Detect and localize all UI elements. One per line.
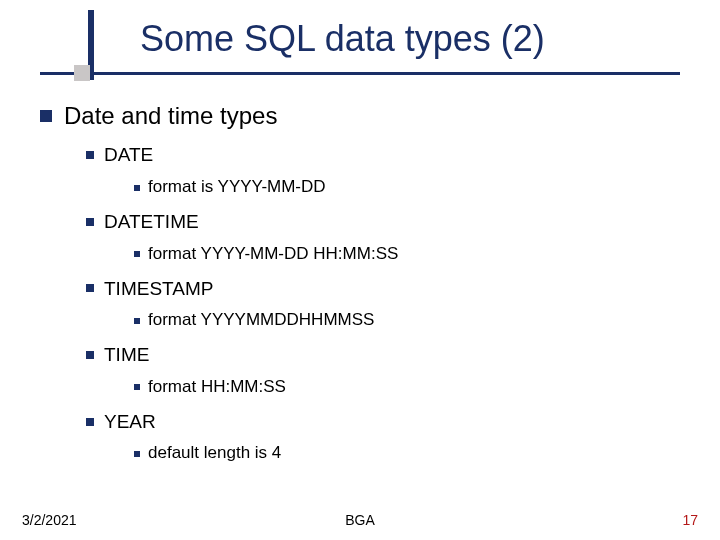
bullet-square-icon (134, 185, 140, 191)
footer-page-number: 17 (682, 512, 698, 528)
type-detail-text: default length is 4 (148, 442, 281, 465)
type-item: DATETIME (86, 209, 690, 235)
bullet-square-icon (134, 384, 140, 390)
bullet-square-icon (86, 218, 94, 226)
type-item: YEAR (86, 409, 690, 435)
bullet-square-icon (134, 318, 140, 324)
bullet-square-icon (134, 451, 140, 457)
bullet-square-icon (86, 351, 94, 359)
type-detail: format YYYYMMDDHHMMSS (134, 309, 690, 332)
bullet-square-icon (86, 284, 94, 292)
type-detail: format YYYY-MM-DD HH:MM:SS (134, 243, 690, 266)
content-area: Date and time types DATE format is YYYY-… (40, 100, 690, 467)
slide-title: Some SQL data types (2) (140, 18, 545, 60)
type-detail-text: format YYYYMMDDHHMMSS (148, 309, 374, 332)
section-heading-text: Date and time types (64, 100, 277, 132)
type-detail-text: format YYYY-MM-DD HH:MM:SS (148, 243, 398, 266)
type-detail-text: format HH:MM:SS (148, 376, 286, 399)
bullet-square-icon (86, 151, 94, 159)
type-name: TIMESTAMP (104, 276, 213, 302)
type-name: YEAR (104, 409, 156, 435)
section-heading: Date and time types (40, 100, 690, 132)
footer-center: BGA (0, 512, 720, 528)
type-name: DATETIME (104, 209, 199, 235)
type-name: DATE (104, 142, 153, 168)
type-item: DATE (86, 142, 690, 168)
type-detail: format HH:MM:SS (134, 376, 690, 399)
type-name: TIME (104, 342, 149, 368)
bullet-square-icon (134, 251, 140, 257)
type-item: TIME (86, 342, 690, 368)
type-detail: format is YYYY-MM-DD (134, 176, 690, 199)
title-horizontal-line (40, 72, 680, 75)
type-detail: default length is 4 (134, 442, 690, 465)
type-item: TIMESTAMP (86, 276, 690, 302)
bullet-square-icon (86, 418, 94, 426)
slide: { "title": "Some SQL data types (2)", "h… (0, 0, 720, 540)
bullet-square-icon (40, 110, 52, 122)
type-detail-text: format is YYYY-MM-DD (148, 176, 326, 199)
title-square-accent (74, 65, 90, 81)
